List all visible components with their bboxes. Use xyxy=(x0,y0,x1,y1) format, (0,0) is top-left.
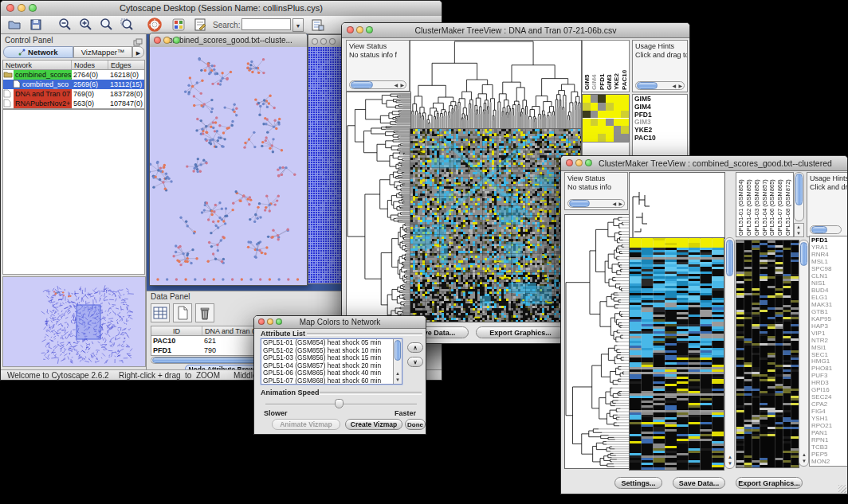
submatrix-cell[interactable] xyxy=(614,103,622,111)
new-document-icon[interactable] xyxy=(173,303,192,322)
submatrix-cell[interactable] xyxy=(591,103,599,111)
submatrix-cell[interactable] xyxy=(621,95,629,103)
done-button[interactable]: Done xyxy=(405,419,426,430)
view-status-scrollbar[interactable]: ◀ ▶ xyxy=(349,80,406,89)
create-vizmap-button[interactable]: Create Vizmap xyxy=(345,419,402,430)
scrollbar-thumb[interactable] xyxy=(351,81,373,88)
heatmap-vscrollbar[interactable]: ▲ ▼ xyxy=(724,237,735,469)
column-dendrogram[interactable] xyxy=(629,172,725,239)
zoom-window-button[interactable] xyxy=(585,159,592,166)
submatrix-cell[interactable] xyxy=(606,111,614,119)
scroll-up-icon[interactable]: ▲ xyxy=(728,455,732,460)
column-label[interactable]: YKE2 xyxy=(613,42,620,90)
submatrix-cell[interactable] xyxy=(614,119,622,127)
settings-button[interactable]: Settings... xyxy=(614,477,662,489)
scrollbar-thumb[interactable] xyxy=(800,242,807,266)
zoom-window-button[interactable] xyxy=(366,26,373,33)
zoom-window-button[interactable] xyxy=(329,38,336,45)
slider-thumb[interactable] xyxy=(335,399,344,408)
scroll-left-icon[interactable]: ◀ xyxy=(672,84,676,89)
table-grid-icon[interactable] xyxy=(151,303,170,322)
zoom-selected-icon[interactable] xyxy=(119,17,135,33)
attribute-list-item[interactable]: GPL51-07 (GSM868) heat shock 60 min xyxy=(263,377,394,385)
column-label[interactable]: GPL51-06 (GSM865) xyxy=(768,174,776,236)
column-dendrogram[interactable] xyxy=(410,40,582,130)
view-status-scrollbar[interactable]: ◀ ▶ xyxy=(567,199,625,208)
column-label[interactable]: GPL51-01 (GSM854) xyxy=(737,174,745,236)
treeview1-title-bar[interactable]: ClusterMaker TreeView : DNA and Tran 07-… xyxy=(342,23,689,38)
scroll-up-icon[interactable]: ▲ xyxy=(796,225,801,230)
minimize-button[interactable] xyxy=(356,26,363,33)
scrollbar-thumb[interactable] xyxy=(637,82,658,89)
submatrix-cell[interactable] xyxy=(606,95,614,103)
submatrix-cell[interactable] xyxy=(621,103,629,111)
background-network-window[interactable] xyxy=(308,34,342,284)
scroll-up-icon[interactable]: ▲ xyxy=(395,371,400,377)
network-row-combined-sco-selected[interactable]: combined_sco 2569(6) 13112(15) xyxy=(3,80,144,89)
scroll-right-icon[interactable]: ▶ xyxy=(400,83,404,88)
submatrix-cell[interactable] xyxy=(598,119,606,127)
minimize-button[interactable] xyxy=(320,38,327,45)
close-button[interactable] xyxy=(347,26,354,33)
scrollbar-thumb[interactable] xyxy=(795,174,803,205)
close-button[interactable] xyxy=(312,38,318,45)
export-graphics-button[interactable]: Export Graphics... xyxy=(736,477,803,489)
close-button[interactable] xyxy=(6,4,14,12)
save-data-button[interactable]: Save Data... xyxy=(673,477,725,489)
col-edges[interactable]: Edges xyxy=(108,61,144,69)
scrollbar-thumb[interactable] xyxy=(569,200,590,207)
submatrix-cell[interactable] xyxy=(583,134,591,142)
submatrix-cell[interactable] xyxy=(621,126,629,134)
dense-network-canvas[interactable] xyxy=(308,47,341,284)
attribute-listbox[interactable]: GPL51-01 (GSM854) heat shock 05 minGPL51… xyxy=(261,338,402,385)
labels-vscrollbar[interactable] xyxy=(794,172,804,221)
zoom-window-button[interactable] xyxy=(29,4,37,12)
scroll-down-icon[interactable]: ▼ xyxy=(796,231,801,236)
usage-hints-scrollbar[interactable] xyxy=(810,225,842,234)
submatrix-cell[interactable] xyxy=(614,126,622,134)
col-nodes[interactable]: Nodes xyxy=(72,61,108,69)
minimize-button[interactable] xyxy=(18,4,26,12)
scroll-down-icon[interactable]: ▼ xyxy=(395,377,400,383)
tab-network[interactable]: Network xyxy=(3,46,73,58)
column-label[interactable]: PAC10 xyxy=(621,42,628,90)
submatrix-cell[interactable] xyxy=(591,119,599,127)
network-row-combined-scores[interactable]: combined_scores_ 2764(0) 16218(0) xyxy=(3,70,144,80)
resize-grip[interactable] xyxy=(838,485,846,493)
heatmap-main[interactable] xyxy=(629,237,724,471)
submatrix-cell[interactable] xyxy=(614,134,622,142)
submatrix-cell[interactable] xyxy=(621,119,629,127)
zoom-out-icon[interactable] xyxy=(57,17,73,33)
network-row-rnapuber[interactable]: RNAPuberNov2+ 563(0) 107847(0) xyxy=(3,99,144,108)
attribute-browser-icon[interactable] xyxy=(310,17,326,33)
column-label[interactable]: GPL51-07 (GSM868) xyxy=(776,174,784,236)
minimize-button[interactable] xyxy=(267,318,273,325)
gene-label[interactable]: MON2 xyxy=(810,459,848,466)
help-lifesaver-icon[interactable] xyxy=(147,17,163,33)
submatrix-cell[interactable] xyxy=(598,111,606,119)
save-icon[interactable] xyxy=(28,17,44,33)
correlation-submatrix[interactable] xyxy=(582,94,630,143)
column-label[interactable]: GPL51-08 (GSM872) xyxy=(784,174,792,236)
submatrix-cell[interactable] xyxy=(606,126,614,134)
submatrix-cell[interactable] xyxy=(606,119,614,127)
submatrix-cell[interactable] xyxy=(606,134,614,142)
submatrix-cell[interactable] xyxy=(621,111,629,119)
scroll-up-icon[interactable]: ▲ xyxy=(802,452,807,458)
close-button[interactable] xyxy=(566,159,573,166)
scroll-down-icon[interactable]: ▼ xyxy=(802,459,807,464)
col-id[interactable]: ID xyxy=(151,326,202,335)
labels-scroll-arrows[interactable]: ▲ ▼ xyxy=(794,223,804,237)
close-button[interactable] xyxy=(258,318,265,325)
gene-label[interactable]: PAC10 xyxy=(633,135,687,143)
zoom-fit-icon[interactable] xyxy=(98,17,114,33)
column-label[interactable]: GPL51-02 (GSM855) xyxy=(745,174,753,236)
search-dropdown-button[interactable]: ▼ xyxy=(292,18,304,32)
zoom-window-button[interactable] xyxy=(276,318,282,325)
usage-hints-scrollbar[interactable]: ◀ ▶ xyxy=(635,81,685,90)
submatrix-cell[interactable] xyxy=(591,134,599,142)
scroll-right-icon[interactable]: ▶ xyxy=(618,201,622,207)
col-network[interactable]: Network xyxy=(3,61,72,69)
scrollbar-thumb[interactable] xyxy=(726,240,733,276)
submatrix-cell[interactable] xyxy=(598,134,606,142)
